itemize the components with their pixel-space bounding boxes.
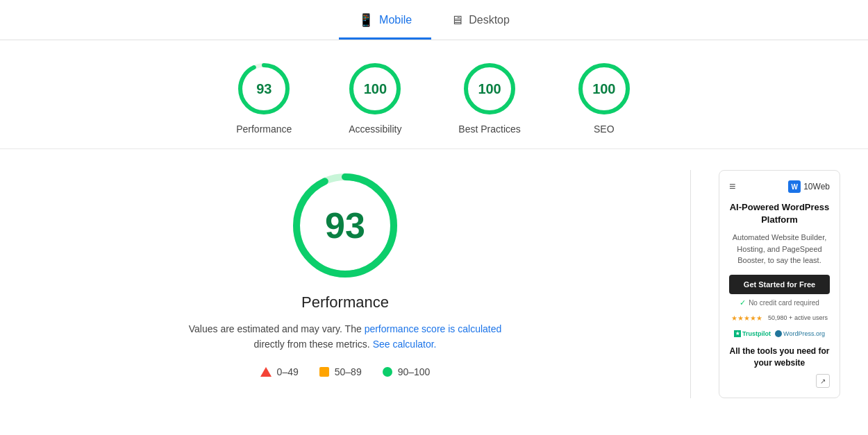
score-circle-best-practices: 100: [462, 61, 517, 117]
score-value-performance: 93: [256, 81, 272, 97]
ad-stars: ★★★★★: [731, 314, 762, 322]
score-accessibility[interactable]: 100 Accessibility: [347, 61, 403, 135]
ad-logo-icon: W: [788, 180, 801, 193]
desc-text-2: directly from these metrics.: [254, 339, 370, 350]
score-value-seo: 100: [592, 81, 615, 97]
score-value-best-practices: 100: [478, 81, 501, 97]
main-content: 93 Performance Values are estimated and …: [0, 149, 868, 419]
ad-logo: W 10Web: [788, 180, 830, 193]
mobile-icon: 📱: [358, 12, 374, 28]
scores-section: 93 Performance 100 Accessibility 100 Bes…: [0, 40, 868, 149]
ad-trust-row: ★★★★★ 50,980 + active users: [729, 314, 830, 322]
ad-cta-button[interactable]: Get Started for Free: [729, 275, 830, 294]
score-label-accessibility: Accessibility: [349, 123, 401, 135]
ad-card: ≡ W 10Web AI-Powered WordPress Platform …: [719, 170, 840, 398]
score-label-seo: SEO: [594, 123, 615, 135]
perf-score-link[interactable]: performance score is calculated: [365, 323, 502, 334]
legend-good-icon: [383, 367, 392, 377]
tab-desktop[interactable]: 🖥 Desktop: [431, 6, 529, 40]
wordpress-label: WordPress.org: [783, 330, 825, 337]
legend-poor-icon: [260, 367, 272, 377]
legend-poor-range: 0–49: [277, 366, 299, 377]
score-label-best-practices: Best Practices: [458, 123, 520, 135]
trustpilot-badge: ★ Trustpilot: [734, 330, 771, 337]
score-circle-seo: 100: [576, 61, 632, 117]
checkmark-icon: ✓: [740, 298, 746, 307]
trustpilot-label: Trustpilot: [742, 330, 771, 337]
tab-mobile-label: Mobile: [379, 14, 412, 26]
wp-icon: [775, 330, 782, 337]
legend-good-range: 90–100: [398, 366, 431, 377]
ad-no-credit: ✓ No credit card required: [729, 298, 830, 307]
calculator-link[interactable]: See calculator.: [373, 339, 437, 350]
ad-footer-text: All the tools you need for your website: [729, 346, 830, 369]
tab-bar: 📱 Mobile 🖥 Desktop: [0, 0, 868, 40]
ad-header: ≡ W 10Web: [729, 180, 830, 193]
ad-title: AI-Powered WordPress Platform: [729, 201, 830, 226]
score-seo[interactable]: 100 SEO: [576, 61, 632, 135]
desktop-icon: 🖥: [451, 13, 463, 28]
legend-good: 90–100: [383, 366, 431, 377]
score-label-performance: Performance: [236, 123, 292, 135]
no-credit-text: No credit card required: [749, 299, 819, 307]
large-score-inner: 93: [325, 207, 365, 244]
tab-mobile[interactable]: 📱 Mobile: [339, 6, 431, 40]
legend-average: 50–89: [319, 366, 362, 377]
legend-poor: 0–49: [260, 366, 299, 377]
legend: 0–49 50–89 90–100: [260, 366, 431, 377]
left-panel: 93 Performance Values are estimated and …: [28, 170, 662, 398]
large-score-number: 93: [325, 207, 365, 244]
score-performance[interactable]: 93 Performance: [236, 61, 292, 135]
ad-trust-icons: ★ Trustpilot WordPress.org: [729, 330, 830, 337]
ad-expand-btn: ↗: [729, 374, 830, 388]
ad-logo-text: 10Web: [803, 182, 830, 191]
desc-text-1: Values are estimated and may vary. The: [189, 323, 362, 334]
score-best-practices[interactable]: 100 Best Practices: [458, 61, 520, 135]
right-panel: ≡ W 10Web AI-Powered WordPress Platform …: [719, 170, 840, 398]
expand-icon[interactable]: ↗: [816, 374, 830, 388]
vertical-divider: [690, 170, 691, 398]
wordpress-badge: WordPress.org: [775, 330, 825, 337]
tab-desktop-label: Desktop: [469, 14, 510, 26]
score-circle-performance: 93: [236, 61, 292, 117]
large-score-label: Performance: [301, 293, 389, 312]
description-text: Values are estimated and may vary. The p…: [189, 321, 502, 352]
legend-average-icon: [319, 367, 329, 377]
ad-trust-count: 50,980 + active users: [768, 314, 828, 321]
legend-average-range: 50–89: [335, 366, 362, 377]
trustpilot-star-icon: ★: [734, 330, 741, 337]
large-score-circle: 93: [290, 170, 401, 281]
score-circle-accessibility: 100: [347, 61, 403, 117]
ad-subtitle: Automated Website Builder, Hosting, and …: [729, 232, 830, 266]
score-value-accessibility: 100: [364, 81, 387, 97]
ad-menu-icon[interactable]: ≡: [729, 180, 735, 193]
